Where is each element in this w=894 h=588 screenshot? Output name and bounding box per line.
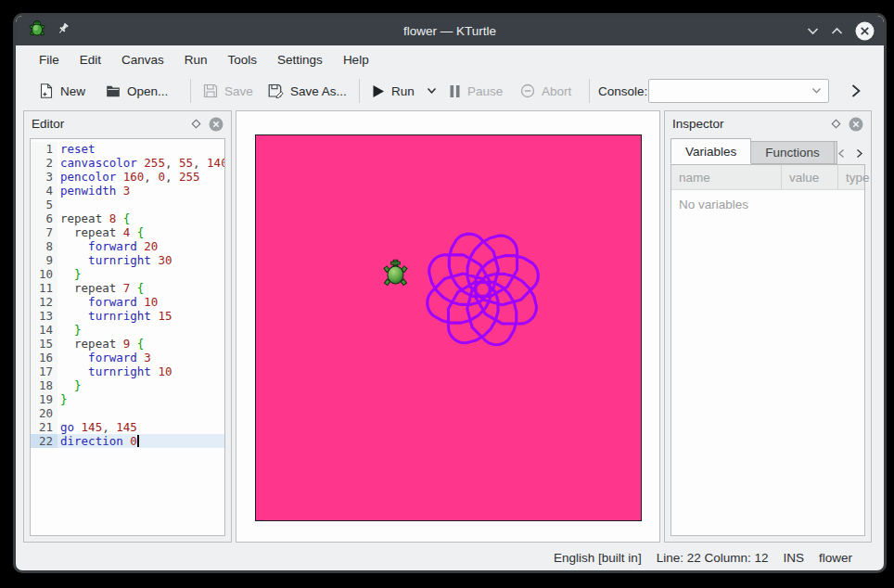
line-number: 16 (31, 351, 57, 364)
editor-panel: Editor 1reset2canvascolor 255, 55, 1403p… (23, 110, 232, 543)
close-panel-icon[interactable] (849, 117, 863, 132)
editor-line-6[interactable]: 6repeat 8 { (31, 211, 224, 225)
line-text (57, 406, 60, 420)
editor-line-5[interactable]: 5 (31, 198, 224, 211)
pin-icon[interactable] (57, 22, 70, 39)
run-speed-dropdown-icon (427, 87, 437, 95)
tab-scroll-right-icon[interactable] (855, 148, 863, 159)
chevron-right-icon (850, 83, 862, 98)
tab-variables[interactable]: Variables (670, 138, 751, 164)
column-type[interactable]: type (838, 165, 870, 189)
editor-line-18[interactable]: 18 } (31, 378, 224, 392)
run-button[interactable]: Run (368, 77, 441, 105)
window-title: flower — KTurtle (16, 24, 884, 38)
menu-item-canvas[interactable]: Canvas (111, 49, 174, 70)
line-text: repeat 8 { (57, 211, 130, 225)
maximize-button[interactable] (831, 27, 843, 35)
line-number: 7 (31, 225, 57, 239)
line-number: 14 (31, 323, 57, 337)
turtle-canvas[interactable] (255, 134, 642, 521)
float-panel-icon[interactable] (191, 119, 201, 129)
console-input[interactable] (648, 79, 829, 103)
line-number: 22 (31, 434, 57, 448)
editor-line-13[interactable]: 13 turnright 15 (31, 309, 224, 323)
toolbar-separator (359, 79, 360, 103)
editor-line-8[interactable]: 8 forward 20 (31, 239, 224, 253)
editor-line-19[interactable]: 19} (31, 392, 224, 406)
column-value[interactable]: value (782, 165, 838, 189)
editor-line-17[interactable]: 17 turnright 10 (31, 364, 224, 378)
titlebar: flower — KTurtle (16, 16, 884, 45)
editor-line-20[interactable]: 20 (31, 406, 224, 420)
float-panel-icon[interactable] (831, 119, 841, 129)
editor-line-9[interactable]: 9 turnright 30 (31, 253, 224, 267)
status-language: English [built in] (554, 551, 642, 565)
toolbar-overflow-button[interactable] (847, 77, 865, 105)
editor-line-2[interactable]: 2canvascolor 255, 55, 140 (31, 156, 224, 170)
line-text: canvascolor 255, 55, 140 (57, 156, 225, 170)
editor-line-12[interactable]: 12 forward 10 (31, 295, 224, 309)
run-label: Run (391, 84, 415, 98)
line-number: 18 (31, 378, 57, 392)
menu-item-help[interactable]: Help (333, 49, 379, 70)
new-button[interactable]: New (35, 77, 89, 105)
editor-line-4[interactable]: 4penwidth 3 (31, 184, 224, 198)
menu-item-file[interactable]: File (29, 49, 70, 70)
inspector-tabbar: Variables Functions (670, 139, 865, 164)
editor-line-10[interactable]: 10 } (31, 267, 224, 281)
line-text: forward 3 (57, 351, 151, 364)
editor-line-21[interactable]: 21go 145, 145 (31, 420, 224, 434)
line-text: } (57, 392, 68, 406)
line-number: 13 (31, 309, 57, 323)
close-panel-icon[interactable] (209, 117, 224, 132)
save-button: Save (199, 77, 257, 105)
pause-icon (449, 84, 461, 98)
abort-label: Abort (542, 84, 571, 98)
editor-line-22[interactable]: 22direction 0 (31, 434, 224, 448)
editor-line-14[interactable]: 14 } (31, 323, 224, 337)
line-text: } (57, 378, 82, 392)
kturtle-window: flower — KTurtle FileEditCanvasRunToolsS… (13, 13, 887, 573)
line-number: 12 (31, 295, 57, 309)
line-text: } (57, 323, 82, 337)
variables-table-header: name value type (671, 165, 864, 190)
line-number: 11 (31, 281, 57, 295)
minimize-button[interactable] (807, 27, 819, 35)
menu-item-run[interactable]: Run (174, 49, 218, 70)
line-text: repeat 9 { (57, 337, 144, 351)
canvas-panel (236, 110, 660, 543)
line-number: 3 (31, 170, 57, 184)
statusbar: English [built in] Line: 22 Column: 12 I… (16, 544, 884, 570)
editor-line-11[interactable]: 11 repeat 7 { (31, 281, 224, 295)
inspector-panel-header: Inspector (665, 111, 871, 136)
editor-line-1[interactable]: 1reset (31, 142, 224, 156)
open-button[interactable]: Open... (102, 77, 172, 105)
line-text: direction 0 (57, 434, 139, 448)
menu-item-settings[interactable]: Settings (267, 49, 333, 70)
save-floppy-icon (203, 83, 218, 98)
line-number: 9 (31, 253, 57, 267)
abort-icon (520, 83, 535, 98)
tab-functions[interactable]: Functions (751, 141, 835, 164)
line-text: repeat 4 { (57, 225, 144, 239)
code-editor[interactable]: 1reset2canvascolor 255, 55, 1403pencolor… (30, 138, 225, 536)
console-label: Console: (598, 77, 647, 105)
line-text: repeat 7 { (57, 281, 144, 295)
tab-scroll-left-icon[interactable] (837, 148, 846, 159)
editor-line-16[interactable]: 16 forward 3 (31, 351, 224, 364)
editor-line-15[interactable]: 15 repeat 9 { (31, 337, 224, 351)
pause-button: Pause (445, 77, 506, 105)
line-number: 17 (31, 364, 57, 378)
editor-line-7[interactable]: 7 repeat 4 { (31, 225, 224, 239)
turtle-app-icon (29, 20, 45, 41)
save-as-button[interactable]: Save As... (264, 77, 351, 105)
close-button[interactable] (855, 21, 875, 41)
menu-item-edit[interactable]: Edit (70, 49, 111, 70)
line-number: 21 (31, 420, 57, 434)
inspector-panel: Inspector Variables Functions (664, 110, 872, 543)
editor-line-3[interactable]: 3pencolor 160, 0, 255 (31, 170, 224, 184)
menu-item-tools[interactable]: Tools (218, 49, 268, 70)
line-number: 4 (31, 184, 57, 198)
column-name[interactable]: name (671, 165, 782, 189)
line-text: pencolor 160, 0, 255 (57, 170, 200, 184)
